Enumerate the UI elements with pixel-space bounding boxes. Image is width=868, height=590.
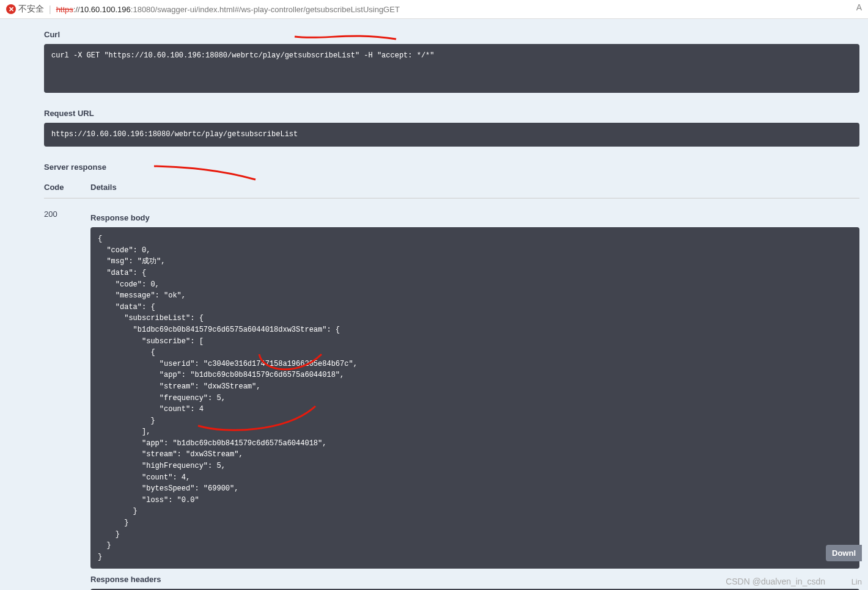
curl-title: Curl: [44, 30, 859, 39]
url-host: 10.60.100.196: [80, 5, 131, 14]
response-row: 200 Response body { "code": 0, "msg": "成…: [44, 198, 859, 590]
curl-section: Curl curl -X GET "https://10.60.100.196:…: [35, 19, 868, 93]
download-button[interactable]: Downl: [826, 545, 862, 561]
avatar[interactable]: A: [856, 2, 862, 12]
url-field[interactable]: https://10.60.100.196:18080/swagger-ui/i…: [56, 5, 400, 14]
curl-command-block[interactable]: curl -X GET "https://10.60.100.196:18080…: [44, 44, 859, 93]
response-code: 200: [44, 208, 90, 590]
security-label: 不安全: [18, 4, 44, 15]
response-table-header: Code Details: [44, 177, 859, 198]
swagger-content: Curl curl -X GET "https://10.60.100.196:…: [0, 19, 868, 590]
response-details: Response body { "code": 0, "msg": "成功", …: [90, 208, 859, 590]
security-badge[interactable]: ✕ 不安全: [6, 4, 44, 15]
server-response-section: Server response Code Details 200 Respons…: [35, 151, 868, 590]
details-column-header: Details: [90, 183, 117, 192]
response-body-block[interactable]: { "code": 0, "msg": "成功", "data": { "cod…: [90, 227, 859, 569]
request-url-section: Request URL https://10.60.100.196:18080/…: [35, 98, 868, 147]
url-divider: |: [49, 4, 51, 14]
server-response-title: Server response: [44, 162, 859, 172]
watermark-2: Lin: [851, 577, 862, 586]
not-secure-icon: ✕: [6, 4, 16, 14]
browser-url-bar: ✕ 不安全 | https://10.60.100.196:18080/swag…: [0, 0, 868, 19]
request-url-title: Request URL: [44, 109, 859, 118]
code-column-header: Code: [44, 183, 90, 192]
response-body-title: Response body: [90, 213, 859, 222]
watermark: CSDN @dualven_in_csdn: [726, 577, 825, 586]
url-path: :18080/swagger-ui/index.html#/ws-play-co…: [131, 5, 400, 14]
url-protocol: https: [56, 5, 73, 14]
request-url-block[interactable]: https://10.60.100.196:18080/webrtc/play/…: [44, 123, 859, 147]
